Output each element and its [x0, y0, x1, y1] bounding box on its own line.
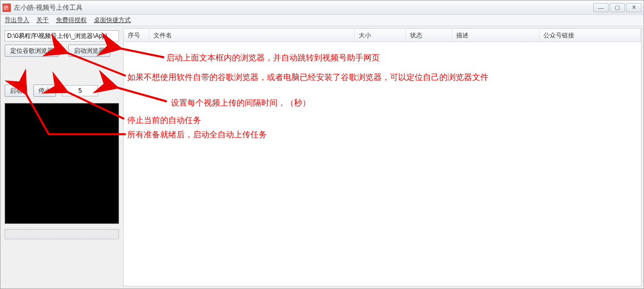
svg-line-3 [66, 91, 124, 119]
svg-line-2 [115, 87, 167, 101]
app-window: 左小皓-视频号上传工具 — ▢ ✕ 导出导入 关于 免费得授权 桌面快捷方式 定… [0, 0, 644, 289]
svg-line-1 [66, 52, 126, 76]
svg-line-0 [119, 48, 164, 57]
annotation-arrows [0, 0, 644, 289]
